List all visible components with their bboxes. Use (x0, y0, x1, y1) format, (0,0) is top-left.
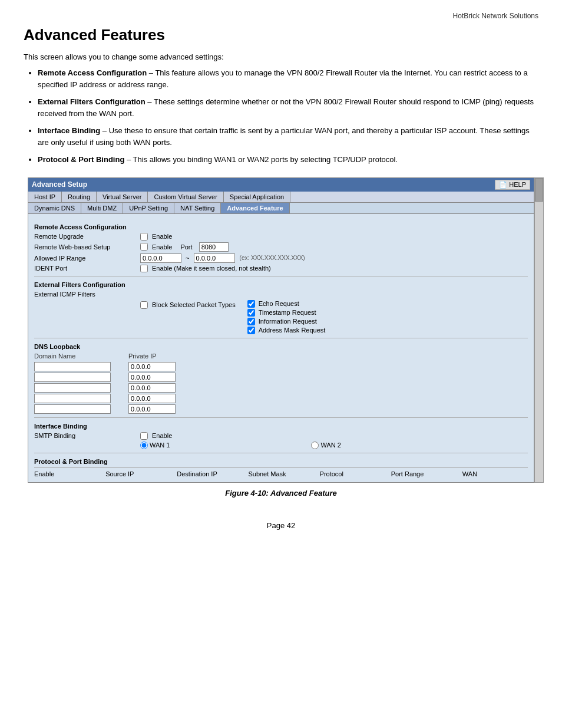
divider-4 (34, 453, 528, 453)
bullet-external-filters: External Filters Configuration – These s… (38, 96, 538, 119)
echo-request-label: Echo Request (259, 300, 299, 307)
wan1-radio[interactable] (140, 442, 148, 449)
information-request-checkbox[interactable] (247, 318, 255, 325)
ident-row: IDENT Port Enable (Make it seem closed, … (34, 265, 528, 272)
allowed-ip-control: ~ (ex: XXX.XXX.XXX.XXX) (140, 253, 305, 263)
protocol-port-binding-header: Enable Source IP Destination IP Subnet M… (34, 467, 528, 477)
ident-label: IDENT Port (34, 265, 140, 272)
tab-host-ip[interactable]: Host IP (28, 192, 62, 202)
scrollbar[interactable] (534, 177, 544, 483)
block-checkbox-container: Block Selected Packet Types (140, 300, 236, 309)
help-icon: 📄 (499, 181, 507, 189)
wan-selection-row: WAN 1 WAN 2 (34, 442, 528, 449)
dns-ip-5[interactable] (128, 404, 176, 414)
address-mask-request-checkbox[interactable] (247, 327, 255, 334)
tab-dynamic-dns[interactable]: Dynamic DNS (28, 203, 81, 213)
echo-request-checkbox[interactable] (247, 300, 255, 308)
tab-nat-setting[interactable]: NAT Setting (174, 203, 221, 213)
proto-col-enable: Enable (34, 470, 100, 477)
panel-title: Advanced Setup (32, 180, 87, 189)
proto-col-wan: WAN (462, 470, 528, 477)
help-label: HELP (509, 181, 526, 188)
remote-web-checkbox-label: Enable (152, 243, 172, 251)
filter-information-request: Information Request (247, 318, 326, 325)
remote-upgrade-checkbox-label: Enable (152, 233, 172, 240)
advanced-setup-panel: Advanced Setup 📄 HELP Host IP Routing Vi… (28, 177, 534, 483)
wan1-label: WAN 1 (150, 442, 170, 449)
tab-virtual-server[interactable]: Virtual Server (97, 192, 148, 202)
bullet-protocol-binding-bold: Protocol & Port Binding (38, 155, 124, 164)
intro-text: This screen allows you to change some ad… (24, 52, 538, 61)
smtp-binding-enable-label: Enable (152, 432, 172, 439)
remote-upgrade-checkbox[interactable] (140, 233, 148, 241)
tab-advanced-feature[interactable]: Advanced Feature (221, 203, 289, 213)
tab-custom-virtual-server[interactable]: Custom Virtual Server (148, 192, 223, 202)
wan2-radio[interactable] (311, 442, 319, 449)
port-input[interactable] (199, 242, 229, 252)
dns-ip-1[interactable] (128, 362, 176, 371)
external-icmp-subtitle: External ICMP Filters (34, 291, 528, 298)
proto-col-destination-ip: Destination IP (177, 470, 242, 477)
divider-1 (34, 276, 528, 276)
ident-checkbox-label: Enable (Make it seem closed, not stealth… (152, 265, 271, 272)
dns-domain-label: Domain Name (34, 353, 111, 360)
dns-domain-1[interactable] (34, 362, 111, 371)
bullet-interface-binding: Interface Binding – Use these to ensure … (38, 125, 538, 148)
remote-web-checkbox[interactable] (140, 243, 148, 251)
tab-special-application[interactable]: Special Application (224, 192, 290, 202)
bullet-remote-access-bold: Remote Access Configuration (38, 68, 147, 77)
scrollbar-thumb[interactable] (535, 178, 543, 202)
dns-ip-2[interactable] (128, 373, 176, 382)
dns-domain-4[interactable] (34, 394, 111, 403)
divider-3 (34, 417, 528, 418)
timestamp-request-checkbox[interactable] (247, 309, 255, 317)
smtp-binding-checkbox[interactable] (140, 432, 148, 440)
remote-web-row: Remote Web-based Setup Enable Port (34, 242, 528, 252)
remote-upgrade-label: Remote Upgrade (34, 233, 140, 240)
proto-col-port-range: Port Range (391, 470, 457, 477)
block-packet-types-checkbox[interactable] (140, 301, 148, 309)
dns-loopback-table: Domain Name Private IP (34, 353, 528, 414)
bullet-remote-access: Remote Access Configuration – This featu… (38, 67, 538, 90)
ident-control: Enable (Make it seem closed, not stealth… (140, 265, 271, 272)
dns-domain-5[interactable] (34, 404, 111, 414)
company-name: HotBrick Network Solutions (24, 12, 538, 20)
figure-caption: Figure 4-10: Advanced Feature (24, 489, 538, 498)
ip-from-input[interactable] (140, 253, 181, 263)
smtp-binding-row: SMTP Binding Enable (34, 432, 528, 440)
divider-2 (34, 338, 528, 338)
help-button[interactable]: 📄 HELP (495, 180, 530, 190)
dns-domain-col: Domain Name (34, 353, 111, 414)
ident-checkbox[interactable] (140, 265, 148, 272)
tab-upnp-setting[interactable]: UPnP Setting (123, 203, 174, 213)
dns-ip-4[interactable] (128, 394, 176, 403)
tab-row-2: Dynamic DNS Multi DMZ UPnP Setting NAT S… (28, 203, 534, 214)
wan-radio-group: WAN 1 WAN 2 (140, 442, 341, 449)
protocol-port-binding-section-title: Protocol & Port Binding (34, 458, 528, 465)
remote-upgrade-control: Enable (140, 233, 172, 241)
bullet-interface-binding-text: – Use these to ensure that certain traff… (38, 126, 530, 147)
feature-list: Remote Access Configuration – This featu… (38, 67, 538, 166)
smtp-binding-control: Enable (140, 432, 172, 440)
allowed-ip-label: Allowed IP Range (34, 255, 140, 262)
tab-multi-dmz[interactable]: Multi DMZ (81, 203, 123, 213)
bullet-protocol-binding-text: – This allows you binding WAN1 or WAN2 p… (124, 155, 398, 164)
tab-row-1: Host IP Routing Virtual Server Custom Vi… (28, 192, 534, 203)
external-filters-section-title: External Filters Configuration (34, 281, 528, 288)
proto-col-source-ip: Source IP (105, 470, 171, 477)
dns-domain-3[interactable] (34, 383, 111, 393)
external-filters-row: Block Selected Packet Types Echo Request… (34, 300, 528, 334)
ip-to-input[interactable] (194, 253, 235, 263)
filter-timestamp-request: Timestamp Request (247, 309, 326, 317)
tab-routing[interactable]: Routing (62, 192, 97, 202)
bullet-external-filters-bold: External Filters Configuration (38, 97, 146, 106)
filter-address-mask-request: Address Mask Request (247, 327, 326, 334)
allowed-ip-row: Allowed IP Range ~ (ex: XXX.XXX.XXX.XXX) (34, 253, 528, 263)
wan2-label: WAN 2 (320, 442, 340, 449)
filter-echo-request: Echo Request (247, 300, 326, 308)
dns-domain-2[interactable] (34, 373, 111, 382)
port-label: Port (180, 243, 192, 251)
dns-ip-3[interactable] (128, 383, 176, 393)
remote-web-control: Enable Port (140, 242, 229, 252)
timestamp-request-label: Timestamp Request (259, 309, 316, 316)
